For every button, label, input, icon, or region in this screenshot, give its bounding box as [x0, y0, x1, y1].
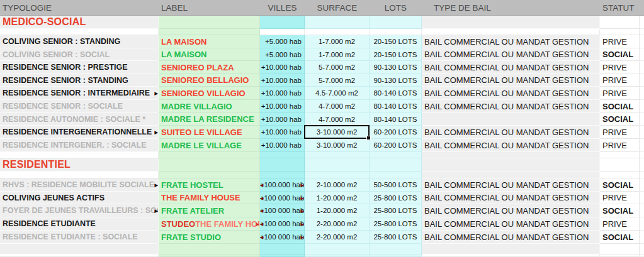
cell-surface[interactable] [305, 29, 370, 35]
cell-lots[interactable]: 80-140 LOTS [370, 87, 422, 100]
cell-villes[interactable]: +10.000 hab [260, 61, 305, 74]
cell-type-de-bail[interactable]: BAIL COMMERCIAL OU MANDAT GESTION [422, 139, 600, 152]
cell-typologie[interactable]: RESIDENCE SENIOR : SOCIALE [0, 100, 159, 113]
cell-typologie[interactable]: FOYER DE JEUNES TRAVAILLEURS : SOCIAL▶ [0, 204, 159, 217]
cell-lots[interactable]: 80-140 LOTS [370, 113, 422, 126]
cell-extra[interactable] [640, 231, 644, 244]
cell-villes[interactable]: +5.000 hab [260, 48, 305, 61]
cell-type-de-bail[interactable]: BAIL COMMERCIAL OU MANDAT GESTION [422, 100, 600, 113]
cell-extra[interactable] [640, 152, 644, 158]
cell-lots[interactable] [370, 16, 422, 29]
cell-lots[interactable] [370, 254, 422, 257]
cell-villes[interactable]: +5.000 hab [260, 35, 305, 48]
cell-lots[interactable]: 50-500 LOTS [370, 178, 422, 192]
cell-villes[interactable]: +100.000 hab◀▶ [260, 178, 305, 192]
cell-extra[interactable] [640, 48, 644, 61]
cell-label[interactable]: FRATE STUDIO [159, 231, 260, 244]
cell-surface[interactable] [305, 158, 370, 172]
cell-surface[interactable]: 4-7.000 m2 [305, 113, 370, 126]
cell-extra[interactable] [640, 172, 644, 178]
cell-label[interactable]: MADRE VILLAGIO [159, 100, 260, 113]
cell-type-de-bail[interactable] [422, 152, 600, 158]
cell-villes[interactable] [260, 172, 305, 178]
cell-label[interactable]: SENIOREO BELLAGIO [159, 74, 260, 87]
cell-extra[interactable] [640, 35, 644, 48]
cell-statut[interactable]: SOCIAL [600, 231, 640, 244]
cell-type-de-bail[interactable] [422, 113, 600, 126]
cell-type-de-bail[interactable] [422, 244, 600, 254]
cell-typologie[interactable]: RESIDENCE ETUDIANTE : SOCIALE [0, 231, 159, 244]
cell-label[interactable] [159, 172, 260, 178]
cell-statut[interactable] [600, 158, 640, 172]
cell-typologie[interactable]: COLIVING JEUNES ACTIFS [0, 192, 159, 204]
cell-extra[interactable] [640, 192, 644, 204]
cell-label[interactable]: FRATE HOSTEL [159, 178, 260, 192]
cell-villes[interactable] [260, 29, 305, 35]
cell-surface[interactable]: 4-7.000 m2 [305, 100, 370, 113]
cell-type-de-bail[interactable]: BAIL COMMERCIAL OU MANDAT GESTION [422, 87, 600, 100]
cell-extra[interactable] [640, 244, 644, 254]
cell-statut[interactable] [600, 152, 640, 158]
cell-statut[interactable]: PRIVE [600, 217, 640, 231]
cell-type-de-bail[interactable]: BAIL COMMERCIAL OU MANDAT GESTION [422, 61, 600, 74]
cell-label[interactable]: STUDEO THE FAMILY HOUSE▶ [159, 217, 260, 231]
cell-statut[interactable]: PRIVE [600, 126, 640, 139]
cell-surface[interactable]: 1-20.000 m2 [305, 204, 370, 217]
cell-lots[interactable] [370, 244, 422, 254]
cell-lots[interactable]: 60-200 LOTS [370, 139, 422, 152]
cell-statut[interactable]: SOCIAL [600, 178, 640, 192]
cell-surface[interactable] [305, 244, 370, 254]
cell-villes[interactable]: +10.000 hab [260, 87, 305, 100]
cell-statut[interactable]: SOCIAL [600, 100, 640, 113]
cell-type-de-bail[interactable]: BAIL COMMERCIAL OU MANDAT GESTION [422, 192, 600, 204]
cell-type-de-bail[interactable]: BAIL COMMERCIAL OU MANDAT GESTION [422, 217, 600, 231]
cell-type-de-bail[interactable] [422, 254, 600, 257]
cell-statut[interactable]: SOCIAL [600, 204, 640, 217]
cell-surface[interactable]: 5-7.000 m2 [305, 61, 370, 74]
cell-type-de-bail[interactable] [422, 16, 600, 29]
column-header-surface[interactable]: SURFACE [305, 0, 370, 16]
cell-villes[interactable] [260, 152, 305, 158]
cell-villes[interactable] [260, 254, 305, 257]
cell-type-de-bail[interactable] [422, 172, 600, 178]
cell-typologie[interactable] [0, 152, 159, 158]
cell-surface[interactable] [305, 254, 370, 257]
cell-type-de-bail[interactable]: BAIL COMMERCIAL OU MANDAT GESTION [422, 178, 600, 192]
cell-surface[interactable]: 3-10.000 m2 [305, 126, 370, 139]
cell-surface[interactable]: 2-20.000 m2 [305, 217, 370, 231]
cell-type-de-bail[interactable]: BAIL COMMERCIAL OU MANDAT GESTION [422, 48, 600, 61]
cell-lots[interactable]: 20-150 LOTS [370, 35, 422, 48]
column-header-statut[interactable]: STATUT [600, 0, 640, 16]
cell-surface[interactable] [305, 172, 370, 178]
cell-statut[interactable] [600, 16, 640, 29]
cell-label[interactable]: SENIOREO PLAZA [159, 61, 260, 74]
cell-typologie[interactable] [0, 172, 159, 178]
cell-surface[interactable]: 1-7.000 m2 [305, 48, 370, 61]
cell-type-de-bail[interactable]: BAIL COMMERCIAL OU MANDAT GESTION [422, 74, 600, 87]
cell-statut[interactable]: SOCIAL [600, 48, 640, 61]
cell-type-de-bail[interactable]: BAIL COMMERCIAL OU MANDAT GESTION [422, 126, 600, 139]
cell-villes[interactable]: +100 000 hab◀▶ [260, 231, 305, 244]
cell-lots[interactable]: 60-200 LOTS [370, 126, 422, 139]
cell-statut[interactable]: PRIVE [600, 74, 640, 87]
cell-villes[interactable] [260, 16, 305, 29]
cell-surface[interactable]: 2-10.000 m2 [305, 178, 370, 192]
cell-surface[interactable]: 4.5-7.000 m2 [305, 87, 370, 100]
cell-surface[interactable]: 2-20.000 m2 [305, 231, 370, 244]
cell-statut[interactable]: PRIVE [600, 35, 640, 48]
cell-statut[interactable] [600, 254, 640, 257]
cell-typologie[interactable]: RESIDENCE INTERGENER. : SOCIALE [0, 139, 159, 152]
cell-label[interactable]: MADRE LE VILLAGE [159, 139, 260, 152]
cell-type-de-bail[interactable]: BAIL COMMERCIAL OU MANDAT GESTION [422, 204, 600, 217]
cell-extra[interactable] [640, 100, 644, 113]
cell-label[interactable]: LA MAISON [159, 48, 260, 61]
column-header-villes[interactable]: VILLES [260, 0, 305, 16]
cell-surface[interactable]: 1-20.000 m2 [305, 192, 370, 204]
cell-extra[interactable] [640, 254, 644, 257]
cell-extra[interactable] [640, 204, 644, 217]
cell-villes[interactable]: +10.000 hab [260, 100, 305, 113]
cell-typologie[interactable]: RHVS : RESIDENCE MOBILITE SOCIALE▶ [0, 178, 159, 192]
cell-lots[interactable]: 90-130 LOTS [370, 74, 422, 87]
cell-surface[interactable]: 1-7.000 m2 [305, 35, 370, 48]
cell-statut[interactable] [600, 29, 640, 35]
